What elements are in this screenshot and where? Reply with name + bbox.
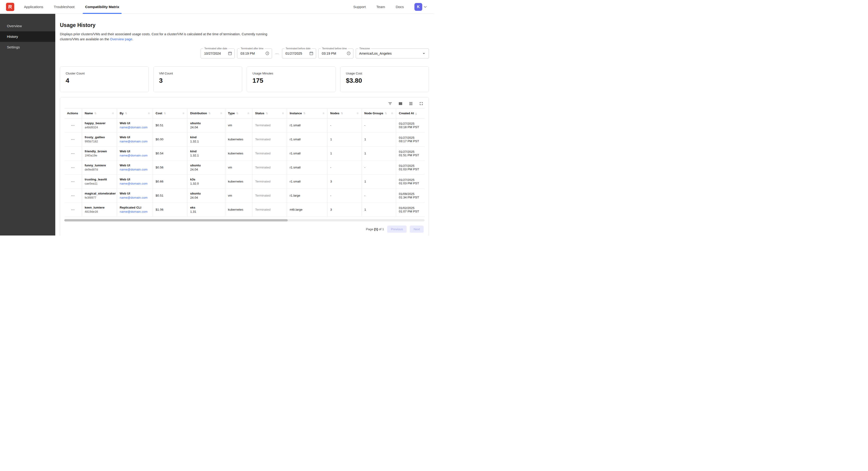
column-label[interactable]: Created At bbox=[399, 112, 414, 115]
terminated-before-date-input[interactable]: Terminated before date 01/27/2025 bbox=[282, 49, 316, 59]
column-menu-icon[interactable]: = bbox=[220, 112, 222, 115]
calendar-icon[interactable] bbox=[228, 51, 232, 56]
timezone-select[interactable]: Timezone America/Los_Angeles bbox=[356, 49, 429, 59]
cell-actions: ••• bbox=[64, 118, 82, 132]
sort-icon[interactable]: ⇅ bbox=[125, 112, 127, 115]
email-link[interactable]: name@domain.com bbox=[120, 210, 148, 213]
email-link[interactable]: name@domain.com bbox=[120, 140, 148, 143]
column-label[interactable]: Nodes bbox=[330, 112, 340, 115]
terminated-after-date-input[interactable]: Terminated after date 10/27/2024 bbox=[200, 49, 235, 59]
email-link[interactable]: name@domain.com bbox=[120, 196, 148, 199]
row-actions-button[interactable]: ••• bbox=[70, 137, 76, 142]
sort-icon[interactable]: ⇅ bbox=[94, 112, 96, 115]
email-link[interactable]: name@domain.com bbox=[120, 182, 148, 185]
sort-icon[interactable]: ⇅ bbox=[266, 112, 268, 115]
density-icon[interactable] bbox=[408, 101, 413, 106]
sidebar-item-settings[interactable]: Settings bbox=[0, 42, 55, 53]
email-link[interactable]: name@domain.com bbox=[120, 154, 148, 157]
row-actions-button[interactable]: ••• bbox=[70, 123, 76, 128]
fullscreen-icon[interactable] bbox=[419, 101, 424, 106]
sort-icon[interactable]: ⇅ bbox=[208, 112, 211, 115]
chevron-down-icon[interactable] bbox=[423, 5, 428, 9]
column-label[interactable]: Type bbox=[228, 112, 235, 115]
column-menu-icon[interactable]: = bbox=[322, 112, 324, 115]
column-menu-icon[interactable]: = bbox=[282, 112, 284, 115]
cell-created-at: 01/27/202501:03 PM PST bbox=[396, 160, 425, 174]
nav-applications[interactable]: Applications bbox=[24, 0, 43, 13]
row-actions-button[interactable]: ••• bbox=[70, 193, 76, 198]
row-actions-button[interactable]: ••• bbox=[70, 207, 76, 212]
column-menu-icon[interactable]: = bbox=[391, 112, 393, 115]
usage-history-table: Actions Name⇅= By⇅= Cost⇅= Distribution⇅… bbox=[64, 108, 425, 217]
column-header-name[interactable]: Name⇅= bbox=[82, 108, 117, 118]
terminated-before-time-input[interactable]: Terminated before time 03:19 PM bbox=[318, 49, 353, 59]
column-label: Actions bbox=[67, 112, 78, 115]
cell-instance: r1.small bbox=[287, 118, 327, 132]
sidebar-item-overview[interactable]: Overview bbox=[0, 21, 55, 31]
row-actions-button[interactable]: ••• bbox=[70, 151, 76, 156]
cluster-name: happy_beaver bbox=[85, 121, 114, 125]
sort-desc-icon[interactable]: ↓ bbox=[415, 112, 417, 115]
column-header-nodes[interactable]: Nodes⇅= bbox=[327, 108, 362, 118]
email-link[interactable]: name@domain.com bbox=[120, 168, 148, 171]
column-header-distribution[interactable]: Distribution⇅= bbox=[187, 108, 225, 118]
column-header-created-at[interactable]: Created At↓ bbox=[396, 108, 425, 118]
row-actions-button[interactable]: ••• bbox=[70, 165, 76, 170]
distribution-name: ubuntu bbox=[190, 121, 222, 125]
column-menu-icon[interactable]: = bbox=[182, 112, 184, 115]
column-label[interactable]: Name bbox=[85, 112, 93, 115]
column-label[interactable]: Cost bbox=[156, 112, 162, 115]
cell-distribution: eks1.31 bbox=[187, 203, 225, 216]
column-menu-icon[interactable]: = bbox=[247, 112, 249, 115]
row-actions-button[interactable]: ••• bbox=[70, 179, 76, 184]
nav-team[interactable]: Team bbox=[376, 0, 385, 13]
horizontal-scrollbar[interactable] bbox=[64, 219, 425, 222]
column-menu-icon[interactable]: = bbox=[356, 112, 359, 115]
terminated-before-time-label: Terminated before time bbox=[321, 47, 348, 50]
cell-nodes: - bbox=[327, 160, 362, 174]
email-link[interactable]: name@domain.com bbox=[120, 125, 148, 129]
account-menu[interactable]: K bbox=[414, 3, 428, 11]
sort-icon[interactable]: ⇅ bbox=[341, 112, 343, 115]
clock-icon[interactable] bbox=[346, 51, 351, 56]
nav-compatibility-matrix[interactable]: Compatibility Matrix bbox=[85, 0, 119, 13]
sort-icon[interactable]: ⇅ bbox=[236, 112, 239, 115]
sort-icon[interactable]: ⇅ bbox=[385, 112, 387, 115]
replicated-logo[interactable]: R bbox=[6, 3, 14, 11]
sidebar-item-history[interactable]: History bbox=[0, 31, 55, 42]
dropdown-arrow-icon[interactable] bbox=[421, 51, 426, 56]
column-header-by[interactable]: By⇅= bbox=[117, 108, 153, 118]
column-label[interactable]: By bbox=[120, 112, 124, 115]
scrollbar-thumb[interactable] bbox=[64, 219, 288, 222]
calendar-icon[interactable] bbox=[309, 51, 313, 56]
created-by: Web UI bbox=[120, 164, 150, 167]
column-header-node-groups[interactable]: Node Groups⇅= bbox=[362, 108, 396, 118]
terminated-after-time-input[interactable]: Terminated after time 03:19 PM bbox=[237, 49, 272, 59]
next-page-button[interactable]: Next bbox=[410, 226, 424, 233]
nav-support[interactable]: Support bbox=[353, 0, 366, 13]
nav-troubleshoot[interactable]: Troubleshoot bbox=[54, 0, 75, 13]
column-header-status[interactable]: Status⇅= bbox=[252, 108, 287, 118]
column-header-instance[interactable]: Instance⇅= bbox=[287, 108, 327, 118]
cell-actions: ••• bbox=[64, 146, 82, 160]
previous-page-button[interactable]: Previous bbox=[387, 226, 407, 233]
sort-icon[interactable]: ⇅ bbox=[163, 112, 166, 115]
clock-icon[interactable] bbox=[265, 51, 270, 56]
column-label[interactable]: Node Groups bbox=[365, 112, 383, 115]
column-label[interactable]: Instance bbox=[290, 112, 302, 115]
cell-type: kubernetes bbox=[225, 146, 252, 160]
column-header-type[interactable]: Type⇅= bbox=[225, 108, 252, 118]
column-label[interactable]: Status bbox=[255, 112, 265, 115]
avatar[interactable]: K bbox=[414, 3, 422, 11]
column-menu-icon[interactable]: = bbox=[112, 112, 114, 115]
overview-page-link[interactable]: Overview page bbox=[110, 37, 132, 41]
column-label[interactable]: Distribution bbox=[190, 112, 207, 115]
sort-icon[interactable]: ⇅ bbox=[303, 112, 306, 115]
column-header-cost[interactable]: Cost⇅= bbox=[153, 108, 187, 118]
columns-icon[interactable] bbox=[398, 101, 403, 106]
nav-docs[interactable]: Docs bbox=[396, 0, 404, 13]
filter-icon[interactable] bbox=[388, 101, 393, 106]
column-menu-icon[interactable]: = bbox=[148, 112, 150, 115]
created-by: Web UI bbox=[120, 192, 150, 195]
cell-distribution: ubuntu24.04 bbox=[187, 188, 225, 203]
